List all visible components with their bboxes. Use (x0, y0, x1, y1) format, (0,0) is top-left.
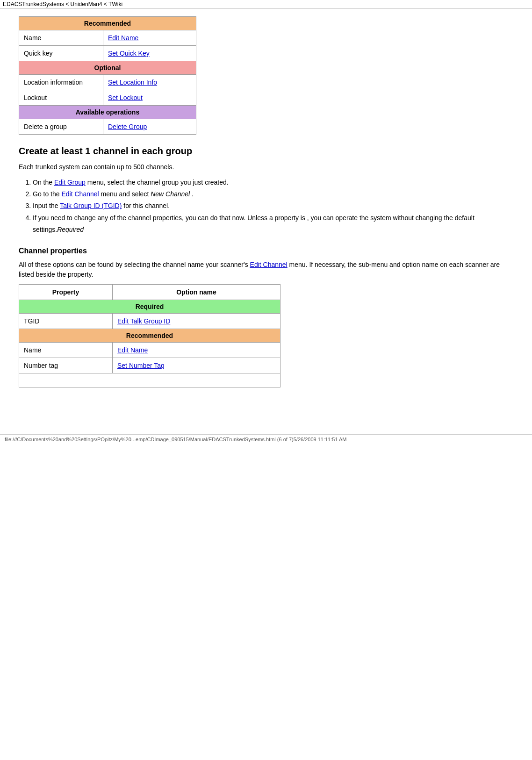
list-item: On the Edit Group menu, select the chann… (33, 177, 513, 188)
property-label: Name (19, 30, 103, 46)
channel-section-header: Required (19, 300, 280, 313)
section-heading: Create at least 1 channel in each group (19, 146, 513, 157)
table-row: Number tagSet Number Tag (19, 358, 280, 373)
property-link[interactable]: Edit Talk Group ID (117, 317, 170, 325)
edit-channel-link[interactable]: Edit Channel (250, 261, 288, 268)
property-label: Delete a group (19, 119, 103, 135)
list-item: If you need to change any of the channel… (33, 212, 513, 236)
list-item: Input the Talk Group ID (TGID) for this … (33, 200, 513, 212)
step-link[interactable]: Talk Group ID (TGID) (60, 202, 122, 209)
table-row: Quick keySet Quick Key (19, 46, 196, 61)
intro-text: Each trunked system can contain up to 50… (19, 162, 513, 172)
property-label: Location information (19, 75, 103, 90)
property-label: Quick key (19, 46, 103, 61)
property-link[interactable]: Set Quick Key (108, 50, 150, 57)
main-content: RecommendedNameEdit NameQuick keySet Qui… (0, 9, 532, 416)
property-label: Lockout (19, 90, 103, 106)
table-row: NameEdit Name (19, 342, 280, 358)
group-section-header: Recommended (19, 17, 196, 30)
property-label: Name (19, 342, 113, 358)
steps-list: On the Edit Group menu, select the chann… (33, 177, 513, 236)
step-link[interactable]: Edit Group (54, 179, 86, 186)
table-row: Location informationSet Location Info (19, 75, 196, 90)
property-link[interactable]: Delete Group (108, 123, 147, 130)
channel-props-heading: Channel properties (19, 247, 513, 255)
property-link[interactable]: Set Number Tag (117, 362, 165, 369)
property-link[interactable]: Set Location Info (108, 79, 157, 86)
property-link[interactable]: Set Lockout (108, 94, 143, 101)
top-bar-text: EDACSTrunkedSystems < UnidenMan4 < TWiki (3, 1, 122, 7)
table-row-empty (19, 373, 280, 387)
list-item: Go to the Edit Channel menu and select N… (33, 188, 513, 200)
bottom-bar: file:///C/Documents%20and%20Settings/POp… (0, 434, 532, 444)
group-section-header: Optional (19, 61, 196, 75)
property-link[interactable]: Edit Name (117, 346, 148, 354)
property-link[interactable]: Edit Name (108, 34, 138, 42)
channel-table: PropertyOption nameRequiredTGIDEdit Talk… (19, 284, 280, 387)
channel-props-intro: All of these options can be found by sel… (19, 260, 513, 280)
table-row: NameEdit Name (19, 30, 196, 46)
group-table: RecommendedNameEdit NameQuick keySet Qui… (19, 16, 196, 135)
table-row: Delete a groupDelete Group (19, 119, 196, 135)
table-row: TGIDEdit Talk Group ID (19, 313, 280, 329)
property-label: Number tag (19, 358, 113, 373)
top-bar: EDACSTrunkedSystems < UnidenMan4 < TWiki (0, 0, 532, 9)
step-link[interactable]: Edit Channel (61, 190, 99, 198)
channel-section-header: Recommended (19, 329, 280, 342)
group-section-header: Available operations (19, 106, 196, 119)
property-label: TGID (19, 313, 113, 329)
table-row: LockoutSet Lockout (19, 90, 196, 106)
bottom-bar-text: file:///C/Documents%20and%20Settings/POp… (5, 437, 346, 442)
channel-table-header: PropertyOption name (19, 284, 280, 300)
